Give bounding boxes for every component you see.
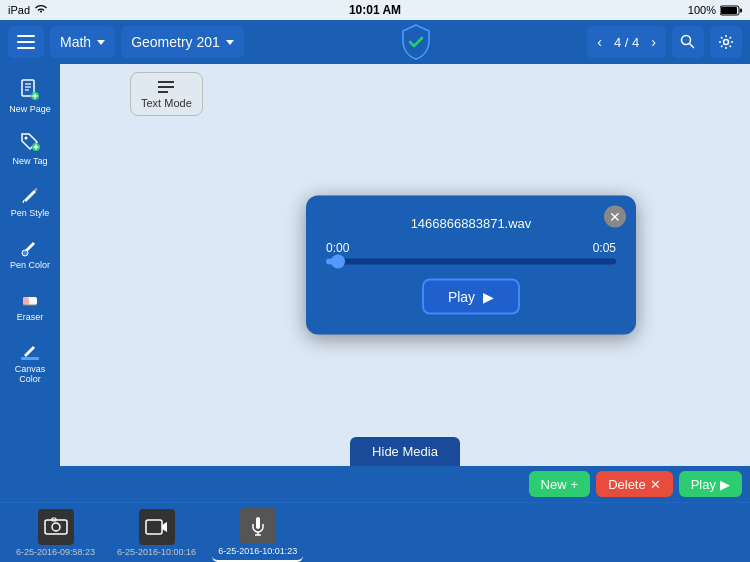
play-icon: ▶ (483, 289, 494, 305)
time-display: 10:01 AM (349, 3, 401, 17)
pen-color-button[interactable]: Pen Color (3, 228, 57, 276)
device-label: iPad (8, 4, 30, 16)
eraser-icon (18, 286, 42, 310)
class-label: Geometry 201 (131, 34, 220, 50)
plus-icon: + (571, 477, 579, 492)
battery-label: 100% (688, 4, 716, 16)
logo-shield (400, 23, 432, 61)
pen-style-label: Pen Style (11, 208, 50, 218)
delete-media-button[interactable]: Delete ✕ (596, 471, 673, 497)
play-button[interactable]: Play ▶ (422, 279, 520, 315)
battery-icon (720, 5, 742, 16)
svg-rect-22 (21, 357, 39, 360)
gear-icon (718, 34, 734, 50)
photo-label: 6-25-2016-09:58:23 (16, 547, 95, 557)
svg-line-4 (690, 44, 695, 49)
close-button[interactable]: ✕ (604, 206, 626, 228)
photo-icon (38, 509, 74, 545)
svg-point-3 (682, 36, 691, 45)
search-icon (680, 34, 696, 50)
media-item-video[interactable]: 6-25-2016-10:00:16 (111, 505, 202, 561)
menu-button[interactable] (8, 26, 44, 58)
text-mode-label: Text Mode (141, 97, 192, 109)
hide-media-bar: Hide Media (60, 437, 750, 466)
pen-color-label: Pen Color (10, 260, 50, 270)
hamburger-icon (17, 47, 35, 49)
text-mode-icon (156, 79, 176, 95)
hide-media-button[interactable]: Hide Media (350, 437, 460, 466)
pen-style-button[interactable]: Pen Style (3, 176, 57, 224)
left-sidebar: New Page New Tag (0, 64, 60, 466)
pen-color-icon (18, 234, 42, 258)
media-item-photo[interactable]: 6-25-2016-09:58:23 (10, 505, 101, 561)
new-page-icon (18, 78, 42, 102)
audio-label: 6-25-2016-10:01:23 (218, 546, 297, 556)
video-label: 6-25-2016-10:00:16 (117, 547, 196, 557)
svg-rect-20 (23, 297, 29, 305)
subject-label: Math (60, 34, 91, 50)
media-strip: 6-25-2016-09:58:23 6-25-2016-10:00:16 6-… (0, 502, 750, 562)
delete-icon: ✕ (650, 477, 661, 492)
svg-rect-2 (740, 8, 742, 12)
play-media-icon: ▶ (720, 477, 730, 492)
pen-style-icon (18, 182, 42, 206)
new-tag-button[interactable]: New Tag (3, 124, 57, 172)
play-media-label: Play (691, 477, 716, 492)
new-media-button[interactable]: New + (529, 471, 591, 497)
svg-point-13 (25, 137, 28, 140)
text-mode-area: Text Mode (130, 72, 203, 116)
svg-rect-1 (721, 7, 737, 14)
prev-page-button[interactable]: ‹ (593, 32, 606, 52)
search-button[interactable] (672, 26, 704, 58)
settings-button[interactable] (710, 26, 742, 58)
wifi-icon (34, 4, 48, 16)
bottom-toolbar: New + Delete ✕ Play ▶ (0, 466, 750, 502)
audio-player-modal: ✕ 1466866883871.wav 0:00 0:05 Play ▶ (306, 196, 636, 335)
play-media-button[interactable]: Play ▶ (679, 471, 742, 497)
new-media-label: New (541, 477, 567, 492)
status-left: iPad (8, 4, 48, 16)
svg-point-18 (22, 250, 28, 256)
subject-dropdown[interactable]: Math (50, 26, 115, 58)
audio-progress-track[interactable] (326, 259, 616, 265)
logo-area (250, 23, 582, 61)
status-right: 100% (688, 4, 742, 16)
nav-right: ‹ 4 / 4 › (587, 26, 742, 58)
svg-rect-26 (45, 520, 67, 534)
new-tag-icon (18, 130, 42, 154)
new-page-button[interactable]: New Page (3, 72, 57, 120)
audio-icon (240, 508, 276, 544)
status-bar: iPad 10:01 AM 100% (0, 0, 750, 20)
next-page-button[interactable]: › (647, 32, 660, 52)
close-icon: ✕ (609, 210, 621, 224)
svg-line-17 (23, 200, 24, 203)
hamburger-icon (17, 41, 35, 43)
hamburger-icon (17, 35, 35, 37)
text-mode-button[interactable]: Text Mode (130, 72, 203, 116)
svg-point-5 (724, 40, 729, 45)
play-label: Play (448, 289, 475, 305)
new-tag-label: New Tag (13, 156, 48, 166)
audio-filename: 1466866883871.wav (326, 216, 616, 231)
media-item-audio[interactable]: 6-25-2016-10:01:23 (212, 504, 303, 562)
video-icon (139, 509, 175, 545)
new-page-label: New Page (9, 104, 51, 114)
hide-media-label: Hide Media (372, 444, 438, 459)
svg-rect-29 (146, 520, 162, 534)
audio-time-end: 0:05 (593, 241, 616, 255)
chevron-down-icon (97, 40, 105, 45)
main-area: New Page New Tag (0, 64, 750, 466)
eraser-label: Eraser (17, 312, 44, 322)
class-dropdown[interactable]: Geometry 201 (121, 26, 244, 58)
page-indicator: 4 / 4 (610, 35, 643, 50)
audio-time-start: 0:00 (326, 241, 349, 255)
audio-progress-thumb (331, 255, 345, 269)
delete-media-label: Delete (608, 477, 646, 492)
canvas-color-icon (18, 338, 42, 362)
canvas-area: Text Mode ✕ 1466866883871.wav 0:00 0:05 … (60, 64, 750, 466)
eraser-button[interactable]: Eraser (3, 280, 57, 328)
canvas-color-label: Canvas Color (7, 364, 53, 384)
svg-point-27 (52, 523, 60, 531)
canvas-color-button[interactable]: Canvas Color (3, 332, 57, 390)
page-navigation: ‹ 4 / 4 › (587, 26, 666, 58)
